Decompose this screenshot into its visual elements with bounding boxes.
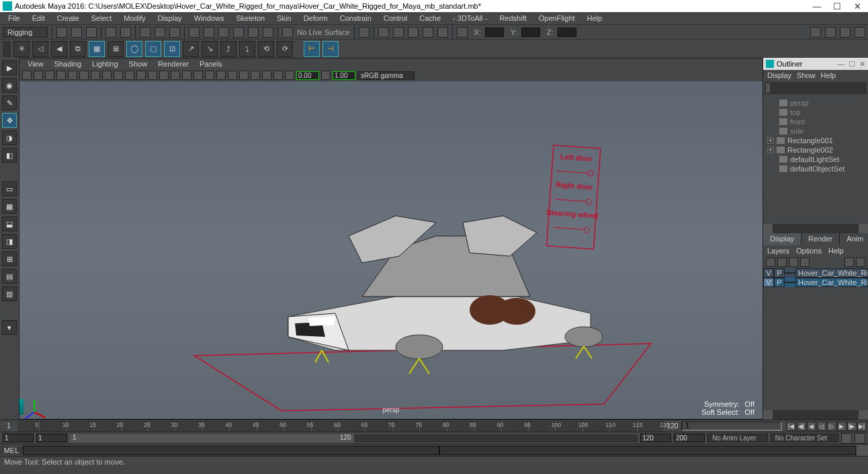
shelf-icon-5[interactable]: ▦ [89,41,105,57]
shelf-icon-9[interactable]: ⊡ [164,41,180,57]
redo-icon[interactable] [120,27,131,38]
step-back-icon[interactable]: ◀ [807,422,816,431]
sidebar-toggle-c-icon[interactable] [840,27,851,38]
pt-gate-icon[interactable] [79,71,89,80]
z-input[interactable] [558,28,576,37]
menu-skin[interactable]: Skin [271,13,296,23]
shelf-icon-1[interactable]: ✳ [13,41,30,57]
menu-control[interactable]: Control [378,13,413,23]
lasso-tool[interactable]: ◉ [2,78,17,93]
pt-camera-icon[interactable] [22,71,32,80]
close-button[interactable]: ✕ [853,2,861,10]
menu-skeleton[interactable]: Skeleton [230,13,270,23]
snap-grid-icon[interactable] [189,27,200,38]
menu-redshift[interactable]: Redshift [494,13,531,23]
pt-texture-icon[interactable] [125,71,134,80]
outliner-tree[interactable]: persptopfrontside+Rectangle001+Rectangle… [763,95,868,224]
menu-file[interactable]: File [3,13,26,23]
outliner-menu-show[interactable]: Show [797,71,816,79]
scale-tool[interactable]: ◧ [2,148,17,163]
panel-menu-renderer[interactable]: Renderer [154,60,193,68]
shelf-tab-grip[interactable] [3,41,11,57]
menu-select[interactable]: Select [86,13,118,23]
menu-cache[interactable]: Cache [414,13,446,23]
shelf-icon-2[interactable]: ◁ [32,41,48,57]
outliner-menu-display[interactable]: Display [767,71,791,79]
shelf-icon-16[interactable]: ⊢ [304,41,320,57]
menu-edit[interactable]: Edit [27,13,50,23]
menu-deform[interactable]: Deform [298,13,333,23]
layer-icon-3[interactable] [789,258,798,267]
layer-row[interactable]: V P Hover_Car_White_Rigged_C [763,278,868,287]
shelf-icon-12[interactable]: ⤴ [220,41,236,57]
tab-anim[interactable]: Anim [840,233,868,245]
minimize-button[interactable]: — [813,2,821,10]
shelf-icon-10[interactable]: ↗ [183,41,199,57]
layers-menu-help[interactable]: Help [828,247,844,255]
pt-shade-icon[interactable] [102,71,112,80]
timeline-track[interactable]: 5101520253035404550556065707580859095100… [17,421,664,432]
snap-point-icon[interactable] [218,27,229,38]
layer-vis-toggle[interactable]: V [763,278,774,287]
viewport[interactable]: Left door Right door Steering wheel [19,81,763,419]
make-live-icon[interactable] [282,27,293,38]
outliner-menu-help[interactable]: Help [821,71,836,79]
shelf-icon-17[interactable]: ⊣ [322,41,339,57]
outliner-item[interactable]: top [763,108,868,117]
panel-menu-show[interactable]: Show [125,60,152,68]
history-icon[interactable] [359,27,370,38]
undo-icon[interactable] [105,27,116,38]
anim-layer-select[interactable]: No Anim Layer [707,434,768,442]
shelf-icon-13[interactable]: ⤵ [239,41,255,57]
menu-openflight[interactable]: OpenFlight [533,13,580,23]
pt-iso-c-icon[interactable] [228,71,237,80]
goto-end-icon[interactable]: ▶| [857,422,867,431]
select-mode-icon[interactable] [140,27,150,38]
snap-curve-icon[interactable] [204,27,214,38]
layout-custom-b[interactable]: ▥ [2,286,17,301]
pt-xray-icon[interactable] [239,71,249,80]
scroll-right-icon[interactable] [859,224,868,233]
pt-light-icon[interactable] [136,71,146,80]
expand-icon[interactable]: + [767,147,774,153]
layers-menu-options[interactable]: Options [796,247,822,255]
pt-motion-icon[interactable] [171,71,180,80]
layer-name[interactable]: Hover_Car_White_Rigged_C [795,278,868,287]
layout-two-h[interactable]: ⬓ [2,216,17,231]
pt-reso-icon[interactable] [91,71,100,80]
layer-col-name[interactable]: Hover_Car_White_Rigged [795,268,868,278]
render-settings-icon[interactable] [408,27,419,38]
snap-live-icon[interactable] [248,27,259,38]
menuset-select[interactable]: Rigging [3,27,48,38]
pt-grid-icon[interactable] [56,71,66,80]
outliner-close-icon[interactable]: ✕ [859,60,865,69]
pt-bookmark-icon[interactable] [34,71,43,80]
mel-input[interactable] [23,446,439,455]
goto-start-icon[interactable]: |◀ [787,422,796,431]
layer-play-toggle[interactable]: P [774,278,785,287]
layer-new-icon[interactable] [844,258,854,267]
step-fwd-icon[interactable]: ▶ [837,422,847,431]
panel-menu-shading[interactable]: Shading [50,60,85,68]
outliner-search-input[interactable] [771,84,867,92]
exposure-input[interactable] [296,71,319,80]
menu-display[interactable]: Display [153,13,187,23]
layer-icon-1[interactable] [766,258,775,267]
pt-xray-active-icon[interactable] [262,71,271,80]
shelf-icon-15[interactable]: ⟳ [277,41,293,57]
outliner-max-icon[interactable]: ☐ [849,60,855,69]
outliner-hscroll[interactable] [763,224,868,233]
paint-tool[interactable]: ✎ [2,95,17,110]
render-icon[interactable] [378,27,389,38]
layer-new-sel-icon[interactable] [856,258,865,267]
pt-wire-icon[interactable] [114,71,123,80]
autokey-icon[interactable] [841,433,852,444]
sidebar-toggle-d-icon[interactable] [855,27,865,38]
layout-single[interactable]: ▭ [2,182,17,196]
layout-two-v[interactable]: ◨ [2,234,17,249]
shelf-icon-4[interactable]: ⧉ [70,41,86,57]
menu--dtoall-[interactable]: - 3DToAll - [447,13,492,23]
outliner-item[interactable]: defaultObjectSet [763,164,868,173]
pt-aa-icon[interactable] [182,71,191,80]
outliner-item[interactable]: persp [763,98,868,108]
